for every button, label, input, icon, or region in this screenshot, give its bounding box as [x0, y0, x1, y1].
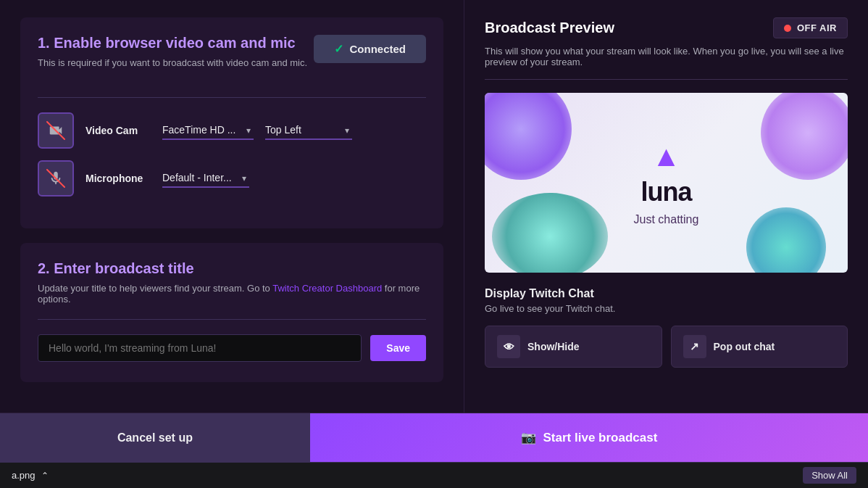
- section1-number: 1.: [38, 35, 50, 51]
- chat-buttons: 👁 Show/Hide ↗ Pop out chat: [485, 326, 848, 368]
- twitch-creator-dashboard-link[interactable]: Twitch Creator Dashboard: [272, 283, 382, 294]
- section1-title: 1. Enable browser video cam and mic: [38, 35, 314, 51]
- cam-select[interactable]: FaceTime HD ...: [162, 121, 254, 140]
- connected-button: ✓ Connected: [314, 35, 426, 63]
- cam-select-wrapper: FaceTime HD ...: [162, 121, 254, 140]
- show-all-button[interactable]: Show All: [803, 467, 856, 484]
- broadcast-title-input[interactable]: [38, 334, 362, 362]
- preview-center: ▲ luna Just chatting: [634, 140, 699, 226]
- left-panel: 1. Enable browser video cam and mic This…: [0, 0, 464, 413]
- chat-section-desc: Go live to see your Twitch chat.: [485, 303, 848, 314]
- broadcast-desc: This will show you what your stream will…: [485, 46, 848, 67]
- off-air-badge: OFF AIR: [773, 17, 848, 38]
- blob3: [761, 93, 848, 180]
- microphone-toggle[interactable]: [38, 160, 74, 197]
- download-left: a.png ⌃: [12, 470, 49, 481]
- mic-select-wrapper: Default - Inter...: [162, 169, 249, 188]
- mic-select[interactable]: Default - Inter...: [162, 169, 249, 188]
- check-icon: ✓: [334, 42, 343, 56]
- eye-icon: 👁: [497, 335, 520, 358]
- section1-divider: [38, 97, 426, 98]
- video-cam-row: Video Cam FaceTime HD ... Top Left: [38, 112, 426, 149]
- section2-number: 2.: [38, 260, 50, 276]
- broadcast-preview-title: Broadcast Preview: [485, 20, 614, 36]
- start-broadcast-label: Start live broadcast: [543, 431, 658, 445]
- broadcast-preview-image: ▲ luna Just chatting: [485, 93, 848, 273]
- section2-title: 2. Enter broadcast title: [38, 260, 426, 277]
- broadcast-title-section: 2. Enter broadcast title Update your tit…: [20, 243, 443, 382]
- off-air-label: OFF AIR: [797, 22, 837, 33]
- microphone-label: Microphone: [85, 173, 151, 184]
- cam-position-wrapper: Top Left: [265, 121, 352, 140]
- section1-subtitle: This is required if you want to broadcas…: [38, 57, 314, 68]
- section2-subtitle: Update your title to help viewers find y…: [38, 283, 426, 305]
- luna-logo: ▲ luna: [640, 140, 691, 207]
- right-panel: Broadcast Preview OFF AIR This will show…: [464, 0, 868, 413]
- blob2: [492, 193, 608, 273]
- microphone-row: Microphone Default - Inter...: [38, 160, 426, 197]
- save-button[interactable]: Save: [370, 335, 426, 361]
- cancel-button[interactable]: Cancel set up: [0, 413, 310, 462]
- pop-out-label: Pop out chat: [714, 341, 775, 352]
- luna-category: Just chatting: [634, 213, 699, 226]
- section2-divider: [38, 319, 426, 320]
- show-hide-label: Show/Hide: [527, 341, 580, 352]
- enable-cam-mic-section: 1. Enable browser video cam and mic This…: [20, 17, 443, 228]
- broadcast-header: Broadcast Preview OFF AIR: [485, 17, 848, 38]
- connected-label: Connected: [349, 43, 406, 55]
- pop-out-chat-button[interactable]: ↗ Pop out chat: [671, 326, 848, 368]
- luna-brand-name: luna: [640, 177, 691, 207]
- chevron-up-icon[interactable]: ⌃: [41, 471, 49, 481]
- broadcast-input-row: Save: [38, 334, 426, 362]
- blob1: [485, 93, 572, 180]
- section2-title-text: Enter broadcast title: [54, 260, 193, 276]
- luna-triangle-icon: ▲: [652, 140, 681, 173]
- chat-section-title: Display Twitch Chat: [485, 287, 848, 300]
- cam-position-select[interactable]: Top Left: [265, 121, 352, 140]
- blob4: [746, 207, 826, 273]
- camera-start-icon: 📷: [521, 430, 536, 445]
- pop-out-icon: ↗: [683, 335, 706, 358]
- video-cam-toggle[interactable]: [38, 112, 74, 149]
- section1-title-text: Enable browser video cam and mic: [54, 35, 295, 51]
- preview-divider: [485, 79, 848, 80]
- off-air-dot: [784, 25, 791, 32]
- download-bar: a.png ⌃ Show All: [0, 462, 868, 488]
- download-filename: a.png: [12, 470, 36, 481]
- bottom-bar: Cancel set up 📷 Start live broadcast: [0, 413, 868, 462]
- start-broadcast-button[interactable]: 📷 Start live broadcast: [310, 413, 868, 462]
- show-hide-chat-button[interactable]: 👁 Show/Hide: [485, 326, 662, 368]
- video-cam-label: Video Cam: [85, 125, 151, 136]
- section2-subtitle-prefix: Update your title to help viewers find y…: [38, 283, 272, 294]
